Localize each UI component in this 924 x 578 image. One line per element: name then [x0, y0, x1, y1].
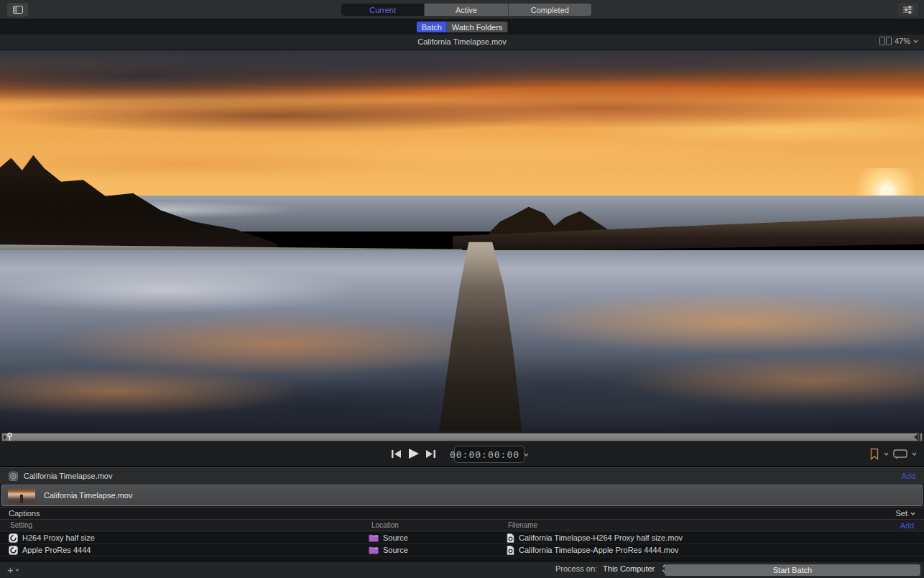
add-job-button[interactable]: + — [7, 564, 19, 576]
fit-width-icon — [879, 37, 892, 45]
setting-name: Apple ProRes 4444 — [22, 546, 91, 554]
location-value: Source — [383, 546, 408, 554]
add-job-link[interactable]: Add — [901, 472, 915, 480]
output-filename: California Timelapse-H264 Proxy half siz… — [519, 533, 683, 542]
end-marker-icon — [913, 433, 921, 441]
set-label: Set — [895, 509, 907, 518]
table-row[interactable]: H264 Proxy half size Source California T… — [0, 532, 924, 544]
chevron-down-icon[interactable] — [884, 452, 889, 456]
job-row-selected[interactable]: California Timelapse.mov — [1, 485, 923, 506]
chevron-down-icon — [524, 453, 529, 457]
compressor-window: Current Active Completed Batch Watch Fol… — [0, 0, 924, 578]
column-location: Location — [371, 521, 508, 529]
captions-row: Captions Set — [0, 507, 924, 519]
folder-icon — [369, 534, 379, 542]
next-frame-button[interactable] — [425, 449, 436, 459]
output-filename: California Timelapse-Apple ProRes 4444.m… — [519, 546, 679, 554]
start-batch-button[interactable]: Start Batch — [665, 564, 920, 576]
clip-icon — [9, 472, 18, 481]
tab-current[interactable]: Current — [341, 4, 425, 16]
chevron-down-icon — [15, 569, 19, 572]
scrubber-track[interactable] — [1, 433, 923, 441]
play-button[interactable] — [407, 448, 420, 459]
previous-frame-button[interactable] — [391, 449, 402, 459]
preview-title-row: California Timelapse.mov 47% — [0, 35, 924, 50]
movie-file-icon — [507, 533, 514, 543]
add-setting-link[interactable]: Add — [900, 521, 924, 530]
table-row[interactable]: Apple ProRes 4444 Source California Time… — [0, 544, 924, 556]
playback-controls — [391, 448, 436, 459]
process-on-label: Process on: — [555, 564, 597, 573]
video-preview-frame — [0, 50, 924, 431]
batch-source-filename: California Timelapse.mov — [24, 472, 113, 480]
setting-name: H264 Proxy half size — [22, 533, 95, 542]
tab-batch[interactable]: Batch — [417, 22, 447, 32]
preview-title: California Timelapse.mov — [0, 37, 924, 46]
bottom-bar: + Process on: This Computer Start Batch — [0, 561, 924, 578]
plus-icon: + — [7, 564, 14, 576]
zoom-level: 47% — [895, 37, 910, 45]
column-filename: Filename — [508, 521, 900, 529]
transport-right-controls — [869, 448, 917, 460]
movie-file-icon — [507, 546, 514, 555]
chevron-down-icon[interactable] — [912, 452, 917, 456]
timecode-display[interactable]: 00:00:00:00 — [454, 446, 525, 463]
preview-vignette — [0, 50, 924, 431]
job-thumbnail — [8, 487, 35, 503]
top-toolbar: Current Active Completed — [0, 0, 924, 19]
batch-watchfolders-tabs: Batch Watch Folders — [417, 22, 508, 32]
timeline-scrubber[interactable] — [0, 431, 924, 443]
batch-source-row[interactable]: California Timelapse.mov Add — [0, 467, 924, 484]
tab-completed[interactable]: Completed — [509, 4, 591, 16]
folder-icon — [369, 546, 379, 554]
captions-set-dropdown[interactable]: Set — [895, 509, 915, 518]
location-value: Source — [383, 533, 408, 542]
subtab-row: Batch Watch Folders — [0, 19, 924, 35]
job-filename: California Timelapse.mov — [44, 491, 133, 500]
chevron-down-icon — [910, 512, 915, 515]
chevron-down-icon — [913, 40, 918, 43]
tab-watch-folders[interactable]: Watch Folders — [447, 22, 508, 32]
view-segmented-control: Current Active Completed — [341, 4, 591, 16]
settings-sliders-button[interactable] — [897, 3, 918, 17]
settings-table-header: Setting Location Filename Add — [0, 519, 924, 531]
setting-icon — [9, 533, 18, 543]
transport-bar: 00:00:00:00 — [0, 443, 924, 467]
column-setting: Setting — [10, 521, 371, 529]
settings-sliders-icon — [903, 6, 913, 14]
display-output-button[interactable] — [893, 449, 907, 460]
captions-label: Captions — [9, 509, 40, 518]
process-on-value: This Computer — [603, 564, 655, 573]
sidebar-toggle-icon — [13, 6, 23, 14]
process-on-control: Process on: This Computer — [555, 564, 667, 573]
timecode-value: 00:00:00:00 — [450, 449, 519, 460]
bookmark-marker-button[interactable] — [869, 448, 879, 460]
sidebar-toggle-button[interactable] — [7, 3, 28, 17]
setting-icon — [9, 546, 18, 555]
playhead-marker[interactable] — [3, 431, 14, 443]
zoom-control[interactable]: 47% — [879, 37, 918, 45]
tab-active[interactable]: Active — [425, 4, 508, 16]
process-on-dropdown[interactable]: This Computer — [603, 564, 667, 573]
